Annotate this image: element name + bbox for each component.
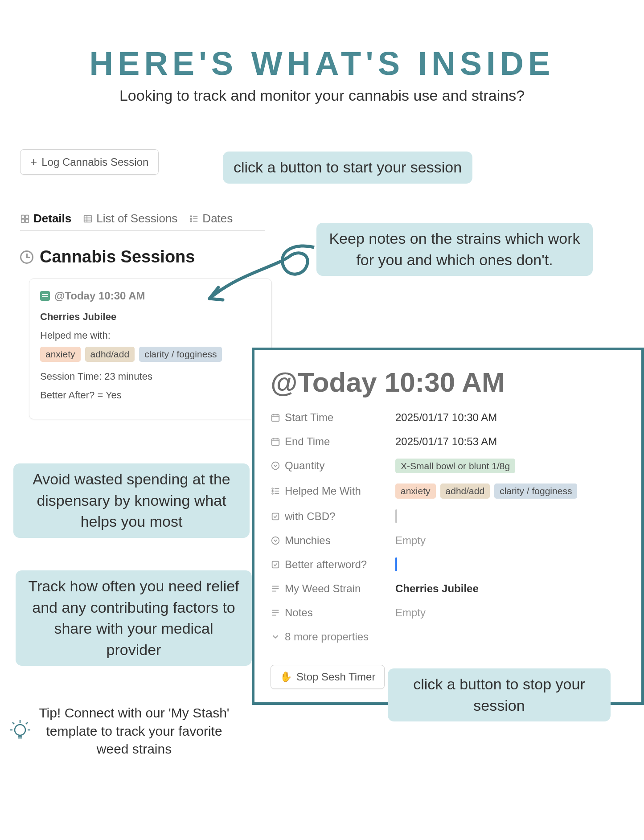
svg-rect-31 (272, 561, 279, 568)
text-icon (271, 608, 280, 618)
svg-rect-2 (21, 219, 25, 222)
better-afterword-label: Better afterword? (285, 558, 367, 571)
text-icon (271, 584, 280, 594)
select-icon (271, 536, 280, 545)
calendar-icon (271, 413, 280, 422)
svg-line-45 (26, 722, 28, 724)
property-better-afterword[interactable]: Better afterword? (271, 558, 629, 571)
tag-clarity: clarity / fogginess (139, 347, 222, 362)
tab-dates[interactable]: Dates (189, 212, 233, 225)
table-icon (83, 214, 93, 224)
select-icon (271, 461, 280, 471)
session-card-strain: Cherries Jubilee (40, 311, 261, 323)
tag-row: anxiety adhd/add clarity / fogginess (40, 347, 261, 362)
better-after-line: Better After? = Yes (40, 389, 261, 401)
session-card-date: @Today 10:30 AM (54, 290, 145, 302)
log-session-label: Log Cannabis Session (41, 156, 148, 168)
with-cbd-label: with CBD? (285, 510, 335, 523)
stop-timer-button[interactable]: ✋ Stop Sesh Timer (271, 665, 385, 689)
svg-point-8 (191, 216, 192, 217)
tag-adhd: adhd/add (85, 347, 135, 362)
svg-rect-0 (21, 215, 25, 218)
session-detail-panel: @Today 10:30 AM Start Time 2025/01/17 10… (252, 348, 644, 705)
tip-row: Tip! Connect with our 'My Stash' templat… (9, 704, 232, 758)
svg-point-38 (15, 725, 25, 735)
list-icon (189, 214, 199, 224)
checkbox-prop-icon (271, 560, 280, 570)
tag-anxiety: anxiety (40, 347, 81, 362)
callout-spending: Avoid wasted spending at the dispensary … (13, 463, 250, 538)
end-time-value: 2025/01/17 10:53 AM (395, 435, 497, 448)
tag-adhd: adhd/add (440, 484, 490, 499)
tab-details[interactable]: Details (20, 212, 71, 225)
svg-point-22 (272, 462, 279, 470)
stop-timer-label: Stop Sesh Timer (296, 671, 375, 683)
clock-icon (20, 250, 33, 264)
tab-list-label: List of Sessions (96, 212, 177, 225)
start-time-label: Start Time (285, 411, 333, 424)
svg-point-10 (191, 221, 192, 222)
munchies-value: Empty (395, 534, 426, 547)
callout-start-session: click a button to start your session (223, 152, 472, 184)
property-end-time[interactable]: End Time 2025/01/17 10:53 AM (271, 435, 629, 448)
callout-relief: Track how often you need relief and any … (16, 570, 252, 666)
tag-clarity: clarity / fogginess (494, 484, 577, 499)
view-tabs: Details List of Sessions Dates (20, 212, 265, 231)
property-helped-with[interactable]: Helped Me With anxiety adhd/add clarity … (271, 484, 629, 499)
helped-with-label: Helped Me With (285, 485, 361, 497)
svg-point-30 (272, 537, 279, 545)
svg-line-44 (12, 722, 14, 724)
tip-text: Tip! Connect with our 'My Stash' templat… (37, 704, 232, 758)
notes-value: Empty (395, 606, 426, 619)
date-icon (40, 291, 50, 301)
divider (271, 654, 629, 654)
with-cbd-checkbox[interactable] (395, 509, 397, 523)
session-time-line: Session Time: 23 minutes (40, 371, 261, 382)
property-strain[interactable]: My Weed Strain Cherries Jubilee (271, 582, 629, 595)
strain-label: My Weed Strain (285, 582, 361, 595)
arrow-icon (194, 238, 323, 310)
page-title: HERE'S WHAT'S INSIDE (0, 45, 644, 82)
hand-icon: ✋ (280, 671, 292, 683)
end-time-label: End Time (285, 435, 330, 448)
better-afterword-checkbox[interactable] (395, 557, 397, 571)
gallery-icon (20, 214, 30, 224)
quantity-value: X-Small bowl or blunt 1/8g (395, 459, 515, 473)
start-time-value: 2025/01/17 10:30 AM (395, 411, 497, 424)
tab-details-label: Details (33, 212, 71, 225)
strain-value: Cherries Jubilee (395, 582, 479, 595)
lightbulb-icon (9, 717, 31, 744)
svg-point-9 (191, 218, 192, 219)
tab-list[interactable]: List of Sessions (83, 212, 177, 225)
callout-notes: Keep notes on the strains which work for… (316, 223, 593, 276)
multiselect-icon (271, 486, 280, 496)
tag-anxiety: anxiety (395, 484, 436, 499)
property-quantity[interactable]: Quantity X-Small bowl or blunt 1/8g (271, 459, 629, 472)
svg-rect-18 (272, 439, 279, 446)
svg-rect-4 (84, 215, 92, 222)
tab-dates-label: Dates (202, 212, 233, 225)
quantity-label: Quantity (285, 459, 324, 472)
log-session-button[interactable]: + Log Cannabis Session (20, 149, 159, 175)
property-munchies[interactable]: Munchies Empty (271, 534, 629, 547)
detail-panel-title: @Today 10:30 AM (271, 366, 629, 398)
more-properties-toggle[interactable]: 8 more properties (271, 631, 629, 643)
svg-point-25 (272, 493, 273, 494)
munchies-label: Munchies (285, 534, 331, 547)
notes-label: Notes (285, 606, 313, 619)
svg-rect-14 (272, 415, 279, 422)
property-notes[interactable]: Notes Empty (271, 606, 629, 619)
property-with-cbd[interactable]: with CBD? (271, 510, 629, 523)
chevron-down-icon (271, 632, 280, 642)
svg-rect-29 (272, 513, 279, 520)
svg-point-24 (272, 491, 273, 492)
checkbox-prop-icon (271, 512, 280, 521)
svg-rect-1 (25, 215, 29, 218)
svg-rect-3 (25, 219, 29, 222)
page-subtitle: Looking to track and monitor your cannab… (0, 87, 644, 104)
property-start-time[interactable]: Start Time 2025/01/17 10:30 AM (271, 411, 629, 424)
svg-point-23 (272, 488, 273, 489)
calendar-icon (271, 437, 280, 447)
sessions-heading: Cannabis Sessions (40, 247, 195, 266)
helped-with-label: Helped me with: (40, 330, 261, 341)
